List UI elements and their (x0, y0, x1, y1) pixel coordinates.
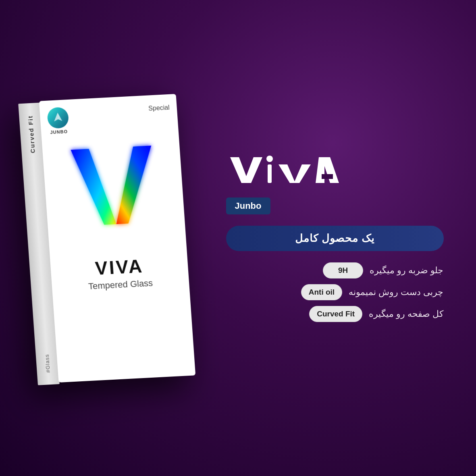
junbo-brand-text: JUNBO (50, 129, 68, 135)
viva-logo-svg (226, 154, 339, 186)
box-front: JUNBO Special (39, 94, 195, 382)
junbo-logo: JUNBO (47, 107, 70, 135)
feature-row-curvedfit: کل صفحه رو میگیره Curved Fit (226, 306, 444, 322)
side-text-top: Curved Fit (27, 115, 36, 153)
feature-desc-curvedfit: کل صفحه رو میگیره (369, 309, 443, 319)
viva-logo-main (226, 154, 444, 186)
box-viva-brand: VIVA (94, 255, 144, 279)
feature-badge-9h: 9H (323, 262, 363, 279)
feature-desc-antioil: چربی دست روش نمیمونه (349, 287, 443, 297)
special-label: Special (148, 104, 170, 112)
junbo-badge-label: Junbo (226, 197, 270, 214)
svg-marker-7 (322, 174, 333, 179)
box-tempered-glass: Tempered Glass (88, 278, 153, 291)
feature-badge-antioil: Anti oil (301, 284, 342, 300)
svg-marker-0 (71, 148, 116, 226)
product-box: Curved Fit #Glass (39, 94, 195, 382)
side-text-bottom: #Glass (44, 353, 51, 372)
logo-circle (47, 107, 69, 129)
junbo-badge: Junbo (226, 197, 444, 214)
features-list: جلو ضربه رو میگیره 9H چربی دست روش نمیمو… (226, 262, 444, 322)
main-container: Curved Fit #Glass (0, 0, 476, 476)
box-header: JUNBO Special (39, 94, 178, 135)
feature-row-antioil: چربی دست روش نمیمونه Anti oil (226, 284, 444, 300)
svg-rect-4 (268, 164, 272, 183)
feature-row-9h: جلو ضربه رو میگیره 9H (226, 262, 444, 279)
feature-badge-curvedfit: Curved Fit (309, 306, 362, 322)
box-v-logo (54, 133, 174, 251)
svg-point-3 (266, 156, 273, 162)
svg-marker-5 (279, 164, 311, 183)
svg-marker-6 (316, 157, 339, 183)
full-product-button: یک محصول کامل (226, 226, 444, 251)
right-panel: Junbo یک محصول کامل جلو ضربه رو میگیره 9… (226, 154, 444, 322)
product-box-wrapper: Curved Fit #Glass (33, 97, 202, 379)
svg-marker-2 (230, 157, 262, 183)
svg-marker-1 (111, 146, 156, 224)
feature-desc-9h: جلو ضربه رو میگیره (370, 265, 443, 276)
